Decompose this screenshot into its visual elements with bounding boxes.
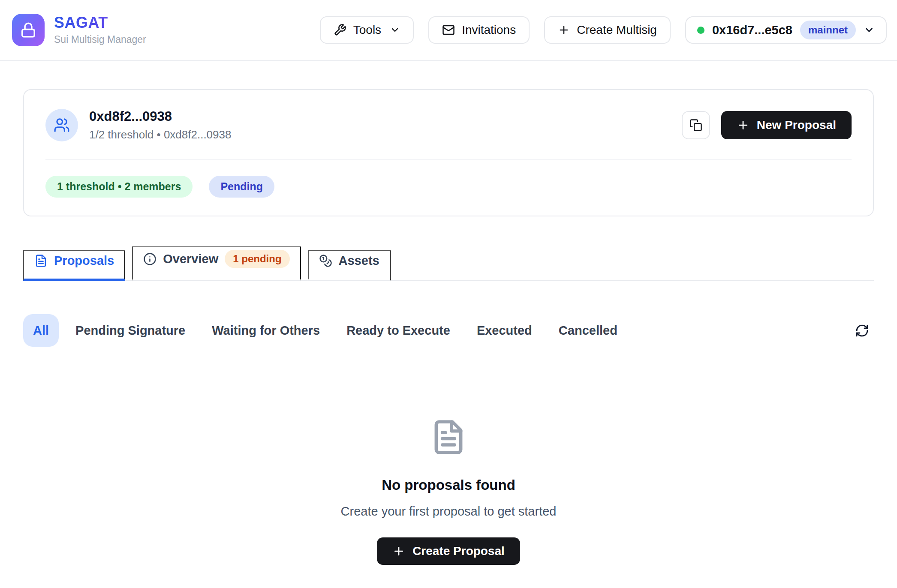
empty-state-title: No proposals found bbox=[382, 477, 515, 493]
copy-icon bbox=[689, 119, 702, 132]
filter-pending-signature[interactable]: Pending Signature bbox=[66, 314, 195, 347]
network-badge: mainnet bbox=[800, 21, 856, 39]
pending-count-badge: 1 pending bbox=[225, 250, 289, 268]
multisig-avatar bbox=[45, 109, 78, 141]
card-divider bbox=[45, 159, 852, 160]
create-proposal-button[interactable]: Create Proposal bbox=[377, 537, 520, 565]
filter-ready-to-execute[interactable]: Ready to Execute bbox=[337, 314, 460, 347]
empty-state: No proposals found Create your first pro… bbox=[23, 419, 874, 565]
connection-status-dot bbox=[697, 27, 704, 34]
chevron-down-icon bbox=[864, 24, 875, 36]
invitations-button[interactable]: Invitations bbox=[428, 16, 530, 44]
header-actions: Tools Invitations Create Multisig 0x16d7… bbox=[320, 16, 887, 44]
multisig-titles: 0xd8f2...0938 1/2 threshold • 0xd8f2...0… bbox=[89, 109, 231, 141]
copy-address-button[interactable] bbox=[682, 111, 710, 139]
invitations-label: Invitations bbox=[462, 23, 516, 37]
file-text-icon bbox=[430, 419, 467, 456]
refresh-icon bbox=[855, 324, 869, 338]
wrench-icon bbox=[334, 24, 346, 36]
create-multisig-button[interactable]: Create Multisig bbox=[544, 16, 671, 44]
app-tagline: Sui Multisig Manager bbox=[54, 34, 146, 45]
refresh-button[interactable] bbox=[850, 318, 874, 342]
brand: SAGAT Sui Multisig Manager bbox=[12, 14, 146, 46]
mail-icon bbox=[442, 24, 455, 36]
chevron-down-icon bbox=[390, 25, 400, 35]
tab-overview[interactable]: Overview 1 pending bbox=[132, 246, 301, 281]
multisig-identity: 0xd8f2...0938 1/2 threshold • 0xd8f2...0… bbox=[45, 109, 231, 141]
tab-assets-label: Assets bbox=[339, 254, 379, 268]
multisig-badges: 1 threshold • 2 members Pending bbox=[45, 176, 852, 198]
multisig-card-actions: New Proposal bbox=[682, 111, 852, 139]
multisig-subtitle: 1/2 threshold • 0xd8f2...0938 bbox=[89, 128, 231, 141]
members-badge: 1 threshold • 2 members bbox=[45, 176, 193, 198]
plus-icon bbox=[737, 119, 750, 132]
tab-bar: Proposals Overview 1 pending Assets bbox=[23, 246, 874, 281]
create-proposal-label: Create Proposal bbox=[412, 544, 505, 558]
filter-executed[interactable]: Executed bbox=[467, 314, 542, 347]
tab-proposals[interactable]: Proposals bbox=[23, 250, 125, 281]
create-multisig-label: Create Multisig bbox=[577, 23, 657, 37]
wallet-selector[interactable]: 0x16d7...e5c8 mainnet bbox=[685, 16, 887, 44]
filter-cancelled[interactable]: Cancelled bbox=[549, 314, 627, 347]
tools-button[interactable]: Tools bbox=[320, 16, 414, 44]
status-badge: Pending bbox=[209, 176, 274, 198]
brand-text: SAGAT Sui Multisig Manager bbox=[54, 15, 146, 45]
coins-icon bbox=[319, 254, 332, 267]
plus-icon bbox=[392, 545, 405, 558]
filter-all[interactable]: All bbox=[23, 314, 59, 347]
tools-label: Tools bbox=[353, 23, 381, 37]
filter-waiting-for-others[interactable]: Waiting for Others bbox=[202, 314, 330, 347]
app-header: SAGAT Sui Multisig Manager Tools Invitat… bbox=[0, 0, 897, 61]
plus-icon bbox=[558, 24, 570, 36]
app-logo bbox=[12, 14, 45, 46]
proposal-filter-bar: All Pending Signature Waiting for Others… bbox=[23, 314, 874, 347]
new-proposal-button[interactable]: New Proposal bbox=[721, 111, 852, 139]
multisig-title: 0xd8f2...0938 bbox=[89, 109, 231, 124]
empty-state-subtitle: Create your first proposal to get starte… bbox=[341, 504, 557, 519]
main-content: 0xd8f2...0938 1/2 threshold • 0xd8f2...0… bbox=[0, 89, 897, 565]
tab-overview-label: Overview bbox=[163, 252, 218, 266]
tab-proposals-label: Proposals bbox=[54, 254, 114, 268]
wallet-address: 0x16d7...e5c8 bbox=[712, 23, 792, 37]
users-icon bbox=[54, 117, 70, 133]
file-text-icon bbox=[34, 254, 48, 267]
info-icon bbox=[143, 252, 157, 266]
multisig-card: 0xd8f2...0938 1/2 threshold • 0xd8f2...0… bbox=[23, 89, 874, 216]
lock-icon bbox=[20, 22, 36, 38]
tab-assets[interactable]: Assets bbox=[308, 250, 391, 281]
new-proposal-label: New Proposal bbox=[757, 118, 836, 132]
app-title: SAGAT bbox=[54, 15, 146, 31]
